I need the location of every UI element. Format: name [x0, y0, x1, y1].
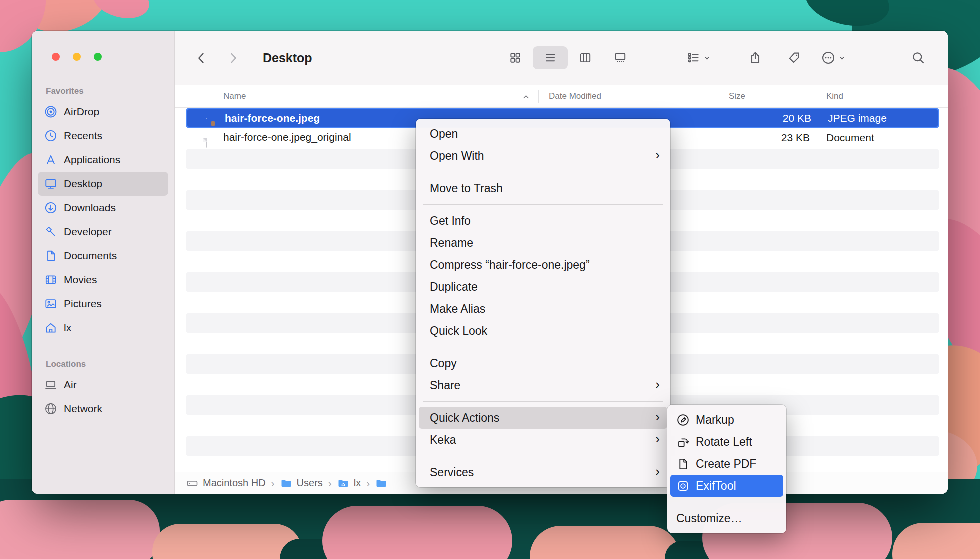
- menu-item-services[interactable]: Services›: [419, 462, 668, 484]
- sidebar-item-label: Developer: [64, 226, 112, 238]
- share-icon: [748, 51, 762, 65]
- submenu-item-rotate-left[interactable]: Rotate Left: [670, 431, 784, 453]
- menu-item-open[interactable]: Open: [419, 123, 668, 145]
- traffic-lights: [52, 53, 102, 61]
- sidebar-item-airdrop[interactable]: AirDrop: [38, 100, 168, 124]
- menu-item-rename[interactable]: Rename: [419, 232, 668, 254]
- sidebar-item-recents[interactable]: Recents: [38, 124, 168, 148]
- minimize-button[interactable]: [73, 53, 81, 61]
- menu-item-quick-actions[interactable]: Quick Actions›: [419, 407, 668, 429]
- sidebar-item-air[interactable]: Air: [38, 373, 168, 397]
- home-folder-icon: [338, 478, 350, 490]
- sidebar-item-developer[interactable]: Developer: [38, 220, 168, 244]
- document-file-icon: [206, 138, 208, 148]
- column-header-name[interactable]: Name: [224, 86, 246, 108]
- list-view-button[interactable]: [533, 46, 568, 70]
- hard-drive-icon: [186, 478, 198, 490]
- sidebar-item-label: Recents: [64, 130, 102, 142]
- sidebar-item-downloads[interactable]: Downloads: [38, 196, 168, 220]
- sidebar-item-movies[interactable]: Movies: [38, 268, 168, 292]
- menu-item-get-info[interactable]: Get Info: [419, 210, 668, 232]
- create-pdf-icon: [676, 458, 690, 471]
- document-icon: [44, 250, 58, 262]
- menu-item-move-to-trash[interactable]: Move to Trash: [419, 178, 668, 200]
- search-button[interactable]: [912, 46, 926, 70]
- column-divider[interactable]: [820, 90, 820, 103]
- path-item-label: Macintosh HD: [203, 478, 266, 489]
- submenu-item-create-pdf[interactable]: Create PDF: [670, 453, 784, 475]
- column-divider[interactable]: [719, 90, 720, 103]
- wallpaper-stone: [0, 500, 160, 559]
- wallpaper-stone: [322, 506, 512, 559]
- file-size: 23 KB: [719, 128, 810, 148]
- menu-item-quick-look[interactable]: Quick Look: [419, 320, 668, 342]
- menu-item-compress[interactable]: Compress “hair-force-one.jpeg”: [419, 254, 668, 276]
- back-button[interactable]: [194, 51, 208, 65]
- submenu-chevron-icon: ›: [656, 378, 660, 391]
- tags-button[interactable]: [788, 46, 802, 70]
- gallery-view-button[interactable]: [603, 46, 638, 70]
- column-view-button[interactable]: [568, 46, 603, 70]
- menu-item-share[interactable]: Share›: [419, 374, 668, 396]
- quick-actions-submenu: Markup Rotate Left Create PDF ExifTool C…: [668, 405, 786, 534]
- sidebar-item-label: AirDrop: [64, 106, 100, 118]
- sidebar-item-desktop[interactable]: Desktop: [38, 172, 168, 196]
- column-header-size[interactable]: Size: [729, 86, 746, 108]
- submenu-item-exiftool[interactable]: ExifTool: [670, 475, 784, 497]
- icon-view-button[interactable]: [498, 46, 533, 70]
- path-item-macintosh-hd[interactable]: Macintosh HD: [186, 478, 266, 490]
- file-kind: JPEG image: [828, 110, 887, 127]
- file-size: 20 KB: [720, 110, 812, 127]
- path-item-label: Users: [297, 478, 323, 489]
- submenu-item-markup[interactable]: Markup: [670, 409, 784, 431]
- list-header: Name Date Modified Size Kind: [176, 85, 948, 108]
- sidebar-item-pictures[interactable]: Pictures: [38, 292, 168, 316]
- menu-item-keka[interactable]: Keka›: [419, 429, 668, 451]
- sidebar-item-label: Air: [64, 379, 77, 391]
- sidebar-item-network[interactable]: Network: [38, 397, 168, 421]
- sidebar-item-label: Downloads: [64, 202, 116, 214]
- group-button[interactable]: [686, 46, 710, 70]
- sidebar-item-label: Network: [64, 403, 102, 415]
- sidebar-item-documents[interactable]: Documents: [38, 244, 168, 268]
- share-button[interactable]: [748, 46, 762, 70]
- laptop-icon: [44, 378, 58, 392]
- submenu-chevron-icon: ›: [656, 410, 660, 424]
- menu-item-open-with[interactable]: Open With›: [419, 145, 668, 167]
- wallpaper-stone: [892, 523, 980, 559]
- toolbar: Desktop: [176, 31, 948, 85]
- search-icon: [912, 51, 926, 65]
- submenu-item-customize[interactable]: Customize…: [670, 508, 784, 530]
- hammer-icon: [44, 226, 58, 238]
- zoom-button[interactable]: [94, 53, 102, 61]
- path-item-label: lx: [354, 478, 361, 489]
- forward-button[interactable]: [226, 51, 240, 65]
- file-name: hair-force-one.jpeg_original: [224, 128, 352, 146]
- submenu-chevron-icon: ›: [656, 432, 660, 446]
- folder-icon: [376, 478, 388, 490]
- sidebar-item-applications[interactable]: Applications: [38, 148, 168, 172]
- sort-ascending-icon: [522, 94, 530, 101]
- menu-item-copy[interactable]: Copy: [419, 352, 668, 374]
- more-actions-button[interactable]: [822, 46, 846, 70]
- submenu-chevron-icon: ›: [656, 148, 660, 162]
- menu-item-duplicate[interactable]: Duplicate: [419, 276, 668, 298]
- path-item-users[interactable]: Users: [280, 478, 323, 490]
- sidebar-item-label: Movies: [64, 274, 98, 286]
- path-item-lx[interactable]: lx: [338, 478, 361, 490]
- folder-icon: [280, 478, 292, 490]
- column-header-kind[interactable]: Kind: [826, 86, 844, 108]
- menu-item-make-alias[interactable]: Make Alias: [419, 298, 668, 320]
- applications-icon: [44, 154, 58, 166]
- menu-separator: [674, 502, 780, 502]
- path-separator: ›: [272, 478, 275, 490]
- menu-separator: [423, 402, 664, 402]
- photo-icon: [44, 298, 58, 310]
- column-header-date-modified[interactable]: Date Modified: [549, 86, 602, 108]
- close-button[interactable]: [52, 53, 60, 61]
- wallpaper-stone: [530, 526, 680, 559]
- sidebar-item-lx[interactable]: lx: [38, 316, 168, 340]
- column-divider[interactable]: [538, 90, 539, 103]
- path-item-desktop[interactable]: [376, 478, 392, 490]
- clock-icon: [44, 130, 58, 142]
